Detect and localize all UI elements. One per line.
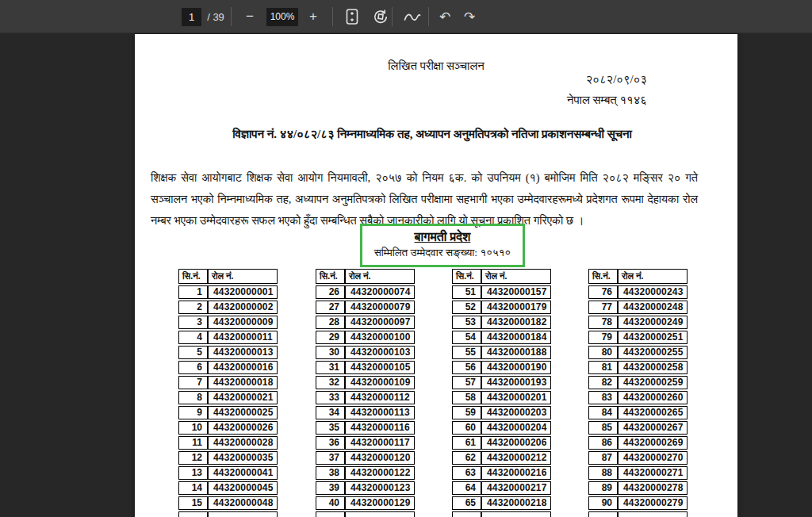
serial-cell: 15 — [178, 496, 208, 510]
fit-to-page-button[interactable] — [339, 0, 365, 33]
serial-cell: 63 — [452, 466, 481, 480]
roll-cell: 44320000269 — [618, 436, 688, 450]
redo-icon: ↷ — [464, 9, 475, 25]
roll-cell: 44320000025 — [208, 406, 278, 419]
serial-cell: 29 — [316, 331, 345, 344]
roll-cell: 44320000109 — [345, 376, 415, 389]
notice-title: विज्ञापन नं. ४४/०८२/८३ निम्नमाध्यमिक तह,… — [151, 128, 714, 141]
table-row — [452, 511, 551, 517]
draw-ink-button[interactable] — [399, 0, 426, 33]
serial-cell: 64 — [452, 481, 481, 495]
roll-table-3: सि.नं.रोल नं.514432000015752443200001795… — [452, 267, 551, 517]
serial-cell: 58 — [452, 391, 481, 404]
roll-cell: 44320000190 — [481, 361, 551, 374]
roll-cell: 44320000009 — [208, 316, 278, 329]
serial-cell: 3 — [178, 316, 208, 329]
table-row: 3844320000122 — [316, 466, 415, 480]
zoom-level-box[interactable]: 100% — [266, 0, 298, 33]
serial-cell: 87 — [588, 451, 618, 465]
serial-cell: 6 — [178, 361, 208, 374]
serial-cell: 55 — [452, 346, 481, 359]
roll-cell: 44320000113 — [345, 406, 415, 419]
serial-header: सि.नं. — [588, 269, 618, 284]
toolbar-divider — [332, 7, 333, 26]
table-row: 8944320000278 — [588, 481, 688, 495]
serial-cell: 30 — [316, 346, 345, 359]
serial-cell: 90 — [588, 496, 618, 510]
roll-cell: 44320000218 — [481, 496, 551, 510]
serial-cell: 5 — [178, 346, 208, 359]
roll-cell: 44320000217 — [481, 481, 551, 495]
roll-cell: 44320000255 — [618, 346, 688, 359]
table-row: 1044320000026 — [178, 421, 278, 435]
draw-ink-icon — [403, 8, 422, 25]
serial-cell: 62 — [452, 451, 481, 465]
roll-cell: 44320000002 — [208, 301, 278, 314]
candidate-count: सम्मिलित उम्मेदवार सङ्ख्या: १०५१० — [362, 247, 523, 259]
roll-cell: 44320000270 — [618, 451, 688, 465]
table-row: 3044320000103 — [316, 346, 415, 359]
date-line: २०८२/०९/०३ — [567, 69, 647, 90]
table-row: 644320000016 — [178, 361, 278, 374]
roll-cell: 44320000216 — [481, 466, 551, 480]
table-row: 844320000021 — [178, 391, 278, 404]
serial-cell: 37 — [316, 451, 345, 465]
undo-icon: ↶ — [439, 9, 450, 25]
province-highlight-box: बागमती प्रदेश सम्मिलित उम्मेदवार सङ्ख्या… — [360, 224, 525, 267]
table-row — [178, 511, 278, 517]
serial-cell: 4 — [178, 331, 208, 344]
roll-cell: 44320000103 — [345, 346, 415, 359]
pdf-canvas: लिखित परीक्षा सञ्चालन २०८२/०९/०३ नेपाल स… — [0, 34, 812, 517]
serial-cell: 28 — [316, 316, 345, 329]
roll-cell: 44320000267 — [618, 421, 688, 435]
redo-button[interactable]: ↷ — [458, 0, 481, 33]
serial-cell: 9 — [178, 406, 208, 419]
roll-cell: 44320000026 — [208, 421, 278, 435]
roll-cell: 44320000265 — [618, 406, 688, 419]
roll-cell: 44320000179 — [481, 301, 551, 314]
roll-cell: 44320000243 — [618, 285, 688, 299]
table-row: 1444320000045 — [178, 481, 278, 495]
serial-cell: 40 — [316, 496, 345, 510]
roll-cell: 44320000117 — [345, 436, 415, 450]
table-row: 1244320000035 — [178, 451, 278, 465]
serial-cell: 65 — [452, 496, 481, 510]
roll-cell: 44320000079 — [345, 301, 415, 314]
table-row: 2844320000097 — [316, 316, 415, 329]
rotate-button[interactable] — [368, 0, 393, 33]
table-row: 3744320000120 — [316, 451, 415, 465]
roll-cell: 44320000097 — [345, 316, 415, 329]
table-row: 8244320000259 — [588, 376, 688, 389]
serial-cell: 26 — [316, 285, 345, 299]
zoom-in-button[interactable]: + — [301, 0, 325, 33]
table-row: 2644320000074 — [316, 285, 415, 299]
table-row: 3144320000105 — [316, 361, 415, 374]
roll-cell: 44320000129 — [345, 496, 415, 510]
undo-button[interactable]: ↶ — [433, 0, 457, 33]
serial-cell: 76 — [588, 285, 618, 299]
page-number-input[interactable] — [182, 8, 201, 26]
serial-cell: 38 — [316, 466, 345, 480]
table-row: 5244320000179 — [452, 301, 551, 314]
serial-cell: 57 — [452, 376, 481, 389]
table-row: 6344320000216 — [452, 466, 551, 480]
serial-cell: 79 — [588, 331, 618, 344]
serial-cell: 56 — [452, 361, 481, 374]
serial-cell: 60 — [452, 421, 481, 435]
roll-cell: 44320000259 — [618, 376, 688, 389]
table-row: 3244320000109 — [316, 376, 415, 389]
table-row: 3544320000116 — [316, 421, 415, 435]
table-row: 1544320000048 — [178, 496, 278, 510]
table-row: 3644320000117 — [316, 436, 415, 450]
roll-cell: 44320000120 — [345, 451, 415, 465]
serial-cell: 8 — [178, 391, 208, 404]
table-row: 5644320000190 — [452, 361, 551, 374]
serial-cell: 27 — [316, 301, 345, 314]
roll-cell: 44320000021 — [208, 391, 278, 404]
table-row: 8044320000255 — [588, 346, 688, 359]
table-row: 8444320000265 — [588, 406, 688, 419]
table-row: 8744320000270 — [588, 451, 688, 465]
roll-cell: 44320000001 — [208, 285, 278, 299]
table-header-row: सि.नं.रोल नं. — [178, 269, 278, 284]
zoom-out-button[interactable]: − — [238, 0, 262, 33]
